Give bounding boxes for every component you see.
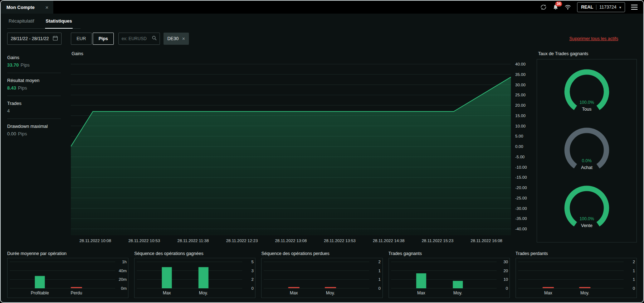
svg-text:0.0%: 0.0% [582, 158, 592, 163]
winning-trades-panel: Trades gagnants 3020100MaxMoy. [389, 251, 510, 302]
svg-text:28.11.2022 10:53: 28.11.2022 10:53 [128, 239, 160, 243]
wifi-icon[interactable] [565, 5, 571, 10]
filter-bar: 28/11/22 - 28/11/22 EUR Pips [1, 29, 643, 49]
notifications-bell-icon[interactable]: 34 [553, 4, 558, 10]
svg-text:Moy.: Moy. [453, 290, 462, 295]
account-number: 1173724 [599, 5, 616, 10]
losing-streak-panel: Séquence des opérations perdues 2110MaxM… [261, 251, 382, 302]
svg-text:-5.00: -5.00 [515, 155, 525, 159]
svg-text:0.00: 0.00 [515, 144, 523, 149]
currency-button[interactable]: EUR [71, 33, 92, 45]
svg-text:Max: Max [544, 290, 552, 295]
svg-text:40.00: 40.00 [515, 62, 526, 66]
svg-text:2: 2 [379, 260, 381, 264]
svg-text:0m: 0m [121, 286, 127, 290]
svg-text:-20.00: -20.00 [515, 186, 527, 190]
account-tab-label: Mon Compte [6, 5, 35, 10]
unit-button[interactable]: Pips [93, 33, 113, 45]
gains-chart-section: Gains 40.0035.0030.0025.0020.0015.0010.0… [67, 49, 532, 247]
win-rate-gauges: 100.0%Tous0.0%Achat100.0%Vente [537, 59, 637, 242]
svg-text:-10.00: -10.00 [515, 165, 527, 169]
stat-resultat-moyen: Résultat moyen 8.43Pips [7, 73, 61, 96]
losing-trades-chart[interactable]: 2110MaxMoy. [516, 258, 637, 298]
menu-icon[interactable] [631, 5, 638, 10]
svg-text:Moy.: Moy. [326, 290, 335, 295]
symbol-search-input[interactable] [122, 36, 152, 41]
svg-text:-15.00: -15.00 [515, 175, 527, 179]
svg-text:100.0%: 100.0% [580, 216, 594, 221]
svg-text:Tous: Tous [582, 107, 591, 112]
svg-text:100.0%: 100.0% [580, 100, 594, 105]
date-range-value: 28/11/22 - 28/11/22 [11, 36, 49, 41]
win-rate-section: Taux de Trades gagnants 100.0%Tous0.0%Ac… [532, 49, 643, 247]
svg-text:1h: 1h [122, 260, 127, 264]
stat-value: 4 [7, 108, 10, 114]
svg-text:-30.00: -30.00 [515, 206, 527, 211]
svg-text:25.00: 25.00 [515, 93, 526, 97]
svg-text:0: 0 [252, 286, 254, 290]
stat-value: 8.43 [7, 85, 16, 91]
svg-text:2: 2 [633, 260, 635, 264]
account-selector[interactable]: REAL 1173724 ▾ [577, 2, 625, 12]
svg-text:Vente: Vente [581, 223, 592, 228]
gains-chart-title: Gains [71, 51, 532, 59]
asset-chip-de30[interactable]: DE30 × [164, 33, 189, 45]
svg-text:20.00: 20.00 [515, 103, 526, 107]
svg-text:28.11.2022 15:23: 28.11.2022 15:23 [422, 239, 454, 243]
svg-text:0: 0 [379, 286, 381, 290]
topbar: Mon Compte × 34 [1, 1, 643, 14]
svg-text:28.11.2022 13:08: 28.11.2022 13:08 [275, 239, 307, 243]
gains-area-chart[interactable]: 40.0035.0030.0025.0020.0015.0010.005.000… [71, 59, 532, 245]
gauge-vente: 100.0%Vente [555, 184, 619, 234]
symbol-search[interactable] [118, 33, 160, 45]
svg-text:28.11.2022 10:08: 28.11.2022 10:08 [79, 239, 111, 243]
stat-gains: Gains 33.70Pips [7, 54, 61, 73]
svg-text:40m: 40m [119, 269, 127, 273]
svg-text:Moy.: Moy. [580, 290, 589, 295]
svg-text:0: 0 [506, 286, 508, 290]
delete-all-assets-link[interactable]: Supprimer tous les actifs [569, 36, 618, 41]
topbar-actions: 34 REAL 1173724 ▾ [540, 2, 643, 12]
asset-chip-label: DE30 [167, 36, 179, 41]
section-tabs: Récapitulatif Statistiques [1, 14, 643, 29]
tab-statistiques[interactable]: Statistiques [45, 14, 73, 29]
losing-streak-chart[interactable]: 2110MaxMoy. [261, 258, 382, 298]
tab-recapitulatif[interactable]: Récapitulatif [8, 14, 35, 29]
search-icon [152, 35, 157, 42]
date-range-picker[interactable]: 28/11/22 - 28/11/22 [7, 33, 62, 45]
svg-text:5.00: 5.00 [515, 134, 523, 138]
svg-text:Profitable: Profitable [31, 290, 49, 295]
svg-text:5: 5 [252, 260, 254, 264]
mini-charts-row: Durée moyenne par opération 1h40m20m0mPr… [1, 247, 643, 302]
svg-text:-40.00: -40.00 [515, 227, 527, 231]
svg-text:Max: Max [290, 290, 298, 295]
statistics-main: Gains 33.70Pips Résultat moyen 8.43Pips … [1, 49, 643, 247]
svg-text:-35.00: -35.00 [515, 216, 527, 221]
notification-badge: 34 [555, 1, 562, 6]
stat-drawdown-maximal: Drawdown maximal 0.00Pips [7, 119, 61, 141]
divider [596, 5, 596, 10]
svg-text:28.11.2022 13:53: 28.11.2022 13:53 [324, 239, 356, 243]
winning-trades-chart[interactable]: 3020100MaxMoy. [389, 258, 510, 298]
account-tab[interactable]: Mon Compte × [1, 1, 53, 14]
svg-text:28.11.2022 12:23: 28.11.2022 12:23 [226, 239, 258, 243]
svg-text:20m: 20m [119, 277, 127, 282]
svg-text:Max: Max [417, 290, 425, 295]
gauge-tous: 100.0%Tous [555, 68, 619, 117]
gauge-achat: 0.0%Achat [555, 126, 619, 176]
close-icon[interactable]: × [45, 4, 49, 10]
app-window: Mon Compte × 34 [0, 0, 644, 303]
avg-duration-chart[interactable]: 1h40m20m0mProfitablePerdu [7, 258, 128, 298]
svg-text:3: 3 [252, 269, 254, 273]
svg-text:28.11.2022 16:08: 28.11.2022 16:08 [470, 239, 502, 243]
win-rate-title: Taux de Trades gagnants [537, 51, 637, 59]
close-icon[interactable]: × [182, 36, 185, 42]
winning-streak-panel: Séquence des opérations gagnées 5320MaxM… [134, 251, 255, 302]
exchange-icon[interactable] [540, 4, 547, 10]
chevron-down-icon: ▾ [619, 5, 621, 9]
svg-text:30.00: 30.00 [515, 83, 526, 87]
svg-text:20: 20 [503, 269, 508, 273]
stat-value: 0.00 [7, 131, 16, 136]
stat-value: 33.70 [7, 62, 19, 68]
winning-streak-chart[interactable]: 5320MaxMoy. [134, 258, 255, 298]
